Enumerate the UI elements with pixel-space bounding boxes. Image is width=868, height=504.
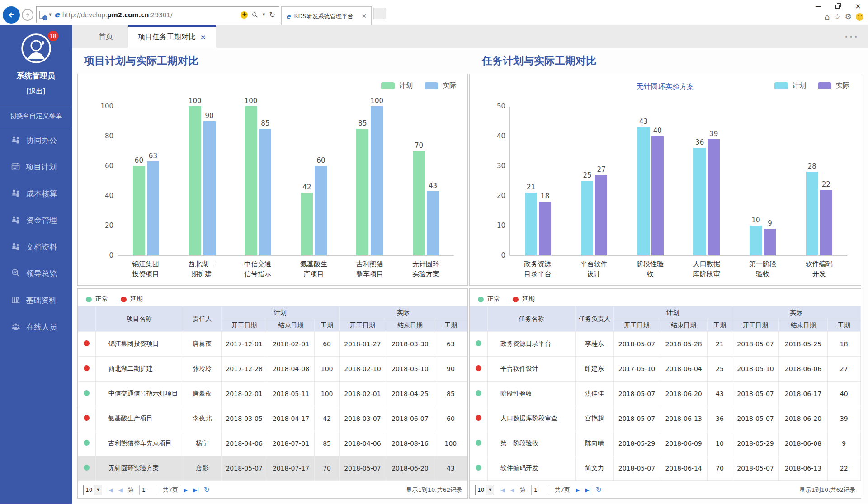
y-tick-label: 20 <box>92 221 113 230</box>
browser-back-button[interactable] <box>3 6 20 24</box>
bar-计划[interactable] <box>356 129 368 256</box>
sidebar-item-协同办公[interactable]: 协同办公 <box>0 127 72 154</box>
bar-计划[interactable] <box>301 193 313 255</box>
bar-实际[interactable] <box>147 161 159 255</box>
table-row[interactable]: 政务资源目录平台李桂东2018-05-072018-05-28212018-05… <box>470 332 861 357</box>
sidebar-item-在线人员[interactable]: 在线人员 <box>0 314 72 340</box>
prev-page-button[interactable]: ◀ <box>510 487 514 493</box>
first-page-button[interactable]: ◀ <box>500 487 505 493</box>
table-row[interactable]: 中信交通信号指示灯项目唐暮夜2018-02-012018-05-11100201… <box>78 382 467 406</box>
cell-status <box>78 456 96 481</box>
bar-实际[interactable] <box>259 129 271 256</box>
page-input[interactable] <box>531 485 549 495</box>
y-tick-label: 0 <box>92 251 113 259</box>
bar-计划[interactable] <box>693 148 706 255</box>
bar-计划[interactable] <box>133 166 145 255</box>
bar-计划[interactable] <box>806 172 818 255</box>
page-size-select[interactable]: 10▼ <box>83 485 102 495</box>
bar-实际[interactable] <box>820 190 832 255</box>
address-dropdown-icon[interactable]: ▼ <box>49 13 52 17</box>
page-size-select[interactable]: 10▼ <box>475 485 494 495</box>
bar-计划[interactable] <box>525 193 537 255</box>
window-minimize-button[interactable]: — <box>808 0 828 12</box>
bar-计划[interactable] <box>581 181 593 255</box>
last-page-button[interactable]: ▶ <box>193 487 198 493</box>
bar-计划[interactable] <box>189 106 201 255</box>
url-text[interactable]: http://develop.pm2.com.cn:29301/ <box>62 11 238 19</box>
sidebar-item-文档资料[interactable]: 文档资料 <box>0 234 72 260</box>
table-row[interactable]: 软件编码开发简文力2018-05-072018-06-14702018-05-0… <box>470 456 861 481</box>
table-row[interactable]: 吉利熊猫整车先束项目杨宁2018-04-062018-07-01852018-0… <box>78 431 467 456</box>
next-page-button[interactable]: ▶ <box>576 487 580 493</box>
bar-wrap: 39 <box>708 130 720 255</box>
bar-实际[interactable] <box>595 175 607 255</box>
browser-forward-button[interactable] <box>22 9 33 21</box>
bar-计划[interactable] <box>413 151 425 255</box>
table-row[interactable]: 人口数据库阶段审查宫艳超2018-05-072018-06-13362018-0… <box>470 406 861 431</box>
tab-overflow-menu[interactable]: ••• <box>844 33 859 40</box>
bar-计划[interactable] <box>637 127 650 255</box>
bar-实际[interactable] <box>539 202 551 255</box>
last-page-button[interactable]: ▶ <box>585 487 590 493</box>
prev-page-button[interactable]: ◀ <box>118 487 123 493</box>
refresh-icon[interactable]: ↻ <box>269 10 275 19</box>
site-page-icon[interactable] <box>39 11 46 19</box>
page-input[interactable] <box>139 485 157 495</box>
sidebar-item-资金管理[interactable]: 资金管理 <box>0 207 72 234</box>
table-row[interactable]: 锦江集团投资项目唐暮夜2017-12-012018-02-01602018-01… <box>78 332 467 357</box>
window-restore-button[interactable] <box>828 0 848 12</box>
address-bar[interactable]: ▼ e http://develop.pm2.com.cn:29301/ ✚ ▼… <box>36 6 279 23</box>
compatibility-view-icon[interactable]: ✚ <box>241 11 248 19</box>
bar-实际[interactable] <box>371 106 383 255</box>
sidebar-item-成本核算[interactable]: 成本核算 <box>0 180 72 207</box>
browser-tab-close-icon[interactable]: ✕ <box>362 13 367 19</box>
bar-实际[interactable] <box>315 166 327 255</box>
first-page-button[interactable]: ◀ <box>108 487 113 493</box>
bar-实际[interactable] <box>764 229 776 255</box>
legend-item-计划[interactable]: 计划 <box>381 81 413 90</box>
logout-link[interactable]: [退出] <box>0 87 72 96</box>
search-dropdown-icon[interactable]: ▼ <box>262 13 265 17</box>
bar-实际[interactable] <box>203 121 216 255</box>
cell-plan: 70 <box>315 456 339 481</box>
browser-tab[interactable]: e RDS研发系统管理平台 ✕ <box>281 6 372 25</box>
table-row[interactable]: 第一阶段验收陈向晴2018-05-292018-06-09102018-05-2… <box>470 431 861 456</box>
table-row[interactable]: 无针圆环实验方案唐影2018-05-072018-07-17702018-05-… <box>78 456 467 481</box>
favorites-star-icon[interactable]: ☆ <box>834 13 841 21</box>
bar-计划[interactable] <box>750 226 762 255</box>
table-refresh-icon[interactable]: ↻ <box>204 485 210 494</box>
tab-close-icon[interactable]: ✕ <box>200 33 206 42</box>
home-icon[interactable]: ⌂ <box>824 13 830 21</box>
bar-实际[interactable] <box>708 139 720 255</box>
legend-item-计划[interactable]: 计划 <box>774 81 806 90</box>
tab-home[interactable]: 首页 <box>84 25 128 48</box>
sidebar-item-项目计划[interactable]: 项目计划 <box>0 154 72 180</box>
settings-gear-icon[interactable]: ⚙ <box>845 13 852 21</box>
switch-menu-link[interactable]: 切换至自定义菜单 <box>0 105 72 127</box>
sidebar-item-领导总览[interactable]: 领导总览 <box>0 260 72 287</box>
people-icon <box>11 216 20 226</box>
new-tab-button[interactable] <box>373 8 386 19</box>
next-page-button[interactable]: ▶ <box>184 487 188 493</box>
bar-实际[interactable] <box>427 191 439 255</box>
sidebar: 18 系统管理员 [退出] 切换至自定义菜单 协同办公项目计划成本核算资金管理文… <box>0 25 72 504</box>
bar-实际[interactable] <box>651 136 664 255</box>
legend-item-实际[interactable]: 实际 <box>425 81 456 90</box>
bar-计划[interactable] <box>245 106 257 255</box>
header-owner: 任务负责人 <box>576 306 614 332</box>
search-icon[interactable] <box>252 12 258 18</box>
table-row[interactable]: 阶段性验收洪佳佳2018-05-072018-06-20432018-05-07… <box>470 382 861 406</box>
table-row[interactable]: 氨基酸生产项目李夜北2018-03-052018-04-17422018-03-… <box>78 406 467 431</box>
table-refresh-icon[interactable]: ↻ <box>596 485 602 494</box>
tab-project-task-duration[interactable]: 项目任务工期对比 ✕ <box>128 25 216 48</box>
back-arrow-icon <box>7 10 16 19</box>
table-row[interactable]: 西北湖二期扩建张玲玲2017-12-282018-04-081002018-02… <box>78 357 467 382</box>
team-icon <box>11 322 20 332</box>
legend-item-实际[interactable]: 实际 <box>818 81 849 90</box>
sidebar-item-基础资料[interactable]: 基础资料 <box>0 287 72 314</box>
feedback-smiley-icon[interactable] <box>856 13 863 21</box>
table-row[interactable]: 平台软件设计睢建东2017-05-102018-06-04252018-05-1… <box>470 357 861 382</box>
sidebar-item-label: 协同办公 <box>26 135 57 146</box>
bar-group-锦江集团投资项目: 6063 <box>118 107 174 255</box>
window-close-button[interactable]: × <box>848 0 868 12</box>
